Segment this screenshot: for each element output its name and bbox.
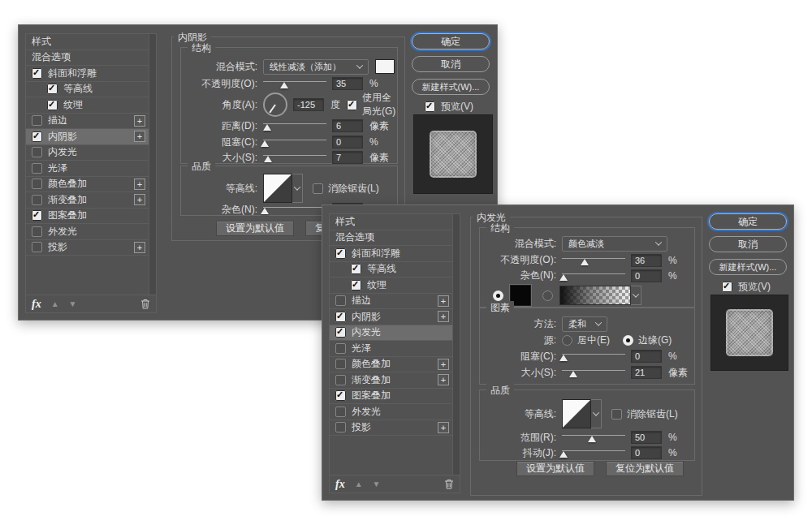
effect-checkbox[interactable] — [335, 375, 346, 385]
style-list-item[interactable]: 斜面和浮雕 — [26, 66, 149, 82]
range-slider[interactable] — [562, 432, 625, 443]
noise-slider[interactable] — [263, 204, 326, 215]
noise-slider[interactable] — [562, 270, 625, 282]
global-light-checkbox[interactable] — [347, 100, 357, 110]
style-list-item[interactable]: 图案叠加 — [330, 389, 452, 405]
effect-checkbox[interactable] — [32, 131, 42, 142]
solid-color-radio[interactable] — [493, 290, 503, 301]
style-list-scrollbar[interactable] — [452, 214, 460, 475]
size-input[interactable]: 7 — [332, 151, 363, 164]
effect-checkbox[interactable] — [47, 100, 58, 110]
noise-input[interactable]: 0 — [631, 269, 662, 282]
gradient-swatch[interactable] — [559, 286, 631, 305]
preview-checkbox[interactable] — [722, 282, 732, 292]
duplicate-effect-button[interactable]: + — [438, 374, 449, 385]
slider-thumb[interactable] — [588, 436, 596, 442]
duplicate-effect-button[interactable]: + — [134, 179, 145, 190]
duplicate-effect-button[interactable]: + — [438, 422, 449, 433]
ok-button[interactable]: 确定 — [709, 213, 787, 230]
style-list-item[interactable]: 图案叠加 — [26, 209, 149, 225]
set-default-button[interactable]: 设置为默认值 — [216, 221, 294, 236]
reset-default-button[interactable]: 复位为默认值 — [606, 461, 684, 476]
anti-alias-checkbox[interactable] — [611, 409, 622, 420]
style-list-item[interactable]: 纹理 — [26, 97, 149, 114]
source-center-radio[interactable] — [562, 335, 572, 346]
effect-checkbox[interactable] — [351, 280, 361, 290]
effect-checkbox[interactable] — [335, 312, 346, 322]
choke-input[interactable]: 0 — [332, 136, 363, 148]
contour-picker[interactable] — [562, 399, 602, 428]
size-input[interactable]: 21 — [631, 366, 662, 379]
effect-checkbox[interactable] — [335, 359, 346, 369]
style-list-item[interactable]: 颜色叠加+ — [26, 177, 149, 193]
style-list-item[interactable]: 光泽 — [330, 341, 452, 357]
move-up-icon[interactable]: ▲ — [355, 480, 363, 488]
new-style-button[interactable]: 新建样式(W)... — [412, 79, 490, 95]
effect-checkbox[interactable] — [32, 115, 42, 126]
style-list-item[interactable]: 样式 — [26, 34, 149, 50]
effect-checkbox[interactable] — [47, 84, 58, 94]
slider-thumb[interactable] — [263, 124, 271, 131]
blend-mode-select[interactable]: 线性减淡（添加） — [263, 59, 369, 75]
distance-input[interactable]: 6 — [332, 119, 363, 132]
style-list-item[interactable]: 渐变叠加+ — [330, 372, 452, 389]
opacity-slider[interactable] — [562, 255, 625, 266]
slider-thumb[interactable] — [264, 156, 272, 162]
distance-slider[interactable] — [263, 120, 326, 131]
effect-checkbox[interactable] — [335, 422, 346, 432]
style-list-item[interactable]: 混合选项 — [26, 50, 149, 67]
shadow-color-swatch[interactable] — [375, 59, 395, 74]
style-list-item[interactable]: 投影+ — [26, 240, 149, 256]
range-input[interactable]: 50 — [631, 431, 662, 444]
size-slider[interactable] — [263, 152, 326, 163]
size-slider[interactable] — [562, 367, 625, 378]
slider-thumb[interactable] — [261, 208, 269, 214]
ok-button[interactable]: 确定 — [412, 33, 490, 49]
cancel-button[interactable]: 取消 — [709, 236, 787, 252]
style-list-item[interactable]: 纹理 — [330, 278, 452, 294]
style-list-item[interactable]: 内阴影+ — [26, 129, 149, 145]
style-list-item[interactable]: 样式 — [330, 214, 452, 230]
effect-checkbox[interactable] — [335, 390, 346, 401]
opacity-slider[interactable] — [263, 78, 326, 89]
style-list-item[interactable]: 内发光 — [26, 145, 149, 161]
delete-effect-icon[interactable] — [444, 479, 454, 489]
move-down-icon[interactable]: ▼ — [69, 300, 77, 308]
opacity-input[interactable]: 35 — [332, 77, 363, 90]
slider-thumb[interactable] — [559, 451, 568, 458]
style-list-item[interactable]: 渐变叠加+ — [26, 192, 149, 209]
slider-thumb[interactable] — [261, 140, 269, 147]
effect-checkbox[interactable] — [335, 343, 346, 354]
gradient-dropdown-button[interactable] — [631, 286, 641, 305]
effect-checkbox[interactable] — [32, 226, 42, 237]
effect-checkbox[interactable] — [335, 407, 346, 417]
anti-alias-checkbox[interactable] — [313, 183, 323, 194]
duplicate-effect-button[interactable]: + — [438, 295, 449, 307]
style-list-item[interactable]: 等高线 — [330, 262, 452, 278]
angle-dial[interactable] — [263, 93, 287, 117]
style-list-scrollbar[interactable] — [149, 34, 156, 295]
choke-input[interactable]: 0 — [631, 350, 662, 363]
new-style-button[interactable]: 新建样式(W)... — [709, 259, 787, 275]
angle-input[interactable]: -125 — [293, 98, 324, 111]
style-list-item[interactable]: 内发光 — [330, 325, 452, 342]
choke-slider[interactable] — [562, 351, 625, 362]
effect-checkbox[interactable] — [32, 242, 42, 252]
gradient-radio[interactable] — [542, 290, 553, 301]
style-list-item[interactable]: 内阴影+ — [330, 309, 452, 325]
jitter-slider[interactable] — [562, 447, 625, 458]
opacity-input[interactable]: 36 — [631, 254, 662, 267]
set-default-button[interactable]: 设置为默认值 — [516, 461, 594, 476]
duplicate-effect-button[interactable]: + — [134, 115, 145, 127]
effect-checkbox[interactable] — [335, 295, 346, 306]
delete-effect-icon[interactable] — [140, 299, 150, 309]
method-select[interactable]: 柔和 — [562, 316, 607, 332]
effect-checkbox[interactable] — [32, 147, 42, 157]
move-up-icon[interactable]: ▲ — [51, 300, 59, 308]
style-list-item[interactable]: 外发光 — [26, 224, 149, 240]
slider-thumb[interactable] — [280, 82, 288, 88]
style-list-item[interactable]: 描边+ — [330, 294, 452, 310]
duplicate-effect-button[interactable]: + — [438, 359, 449, 370]
contour-dropdown-button[interactable] — [292, 174, 303, 203]
jitter-input[interactable]: 0 — [631, 446, 662, 459]
